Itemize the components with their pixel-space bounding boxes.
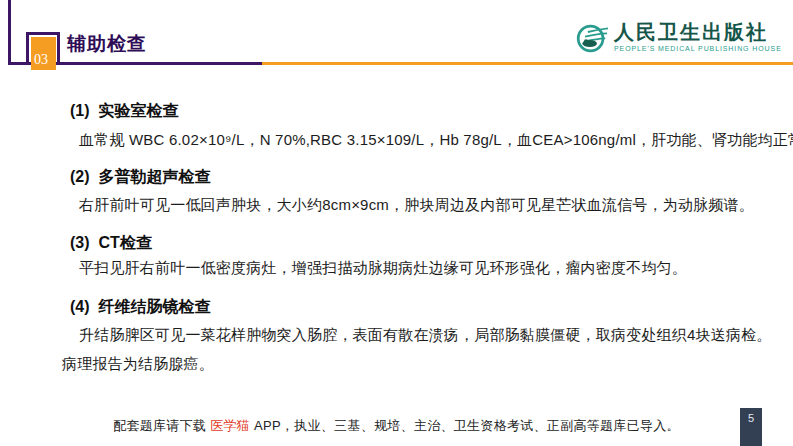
section-2-heading: (2)多普勒超声检查 [70,167,211,188]
section-4-heading: (4)纤维结肠镜检查 [70,297,211,318]
section-1-title: 实验室检查 [99,102,179,119]
section-4-body: 升结肠脾区可见一菜花样肿物突入肠腔，表面有散在溃疡，局部肠黏膜僵硬，取病变处组织… [62,320,780,378]
section-3-body: 平扫见肝右前叶一低密度病灶，增强扫描动脉期病灶边缘可见环形强化，瘤内密度不均匀。 [62,259,687,278]
page-number-badge: 5 [740,408,762,446]
publisher-logo-icon [575,21,608,58]
footer-note: 配套题库请下载 医学猫 APP，执业、三基、规培、主治、卫生资格考试、正副高等题… [0,417,793,435]
section-4-number: (4) [70,298,90,315]
section-1-body: 血常规 WBC 6.02×10⁹/L，N 70%,RBC 3.15×109/L，… [62,131,793,150]
page-title: 辅助检查 [67,31,147,57]
publisher-logo-text: 人民卫生出版社 PEOPLE'S MEDICAL PUBLISHING HOUS… [614,21,782,52]
section-3-number: (3) [70,234,90,251]
section-4-title: 纤维结肠镜检查 [99,298,211,315]
section-3-heading: (3)CT检查 [70,233,152,254]
section-number-badge: 03 [31,37,56,70]
section-number: 03 [34,52,48,68]
section-1-number: (1) [70,102,90,119]
footer-app-name: 医学猫 [210,418,250,433]
footer-text-suffix: APP，执业、三基、规培、主治、卫生资格考试、正副高等题库已导入。 [250,418,680,433]
page-number: 5 [748,412,754,424]
section-2-body: 右肝前叶可见一低回声肿块，大小约8cm×9cm，肿块周边及内部可见星芒状血流信号… [62,196,754,215]
footer-text-prefix: 配套题库请下载 [113,418,210,433]
section-3-title: CT检查 [99,234,152,251]
header-divider-orange-segment [262,62,793,65]
publisher-name-chinese: 人民卫生出版社 [614,21,782,44]
publisher-name-english: PEOPLE'S MEDICAL PUBLISHING HOUSE [614,45,782,52]
header-vertical-accent-line [8,0,11,64]
section-2-title: 多普勒超声检查 [99,168,211,185]
publisher-logo: 人民卫生出版社 PEOPLE'S MEDICAL PUBLISHING HOUS… [575,21,782,58]
section-2-number: (2) [70,168,90,185]
section-1-heading: (1)实验室检查 [70,101,179,122]
